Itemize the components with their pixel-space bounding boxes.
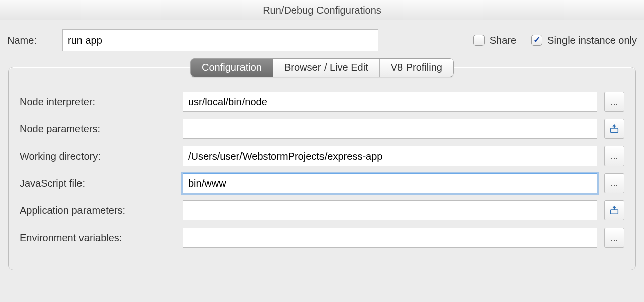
svg-rect-0 (611, 128, 618, 132)
expand-icon (609, 205, 620, 216)
single-instance-checkbox-wrap[interactable]: Single instance only (531, 35, 637, 46)
single-instance-checkbox[interactable] (531, 35, 542, 46)
name-label: Name: (7, 35, 54, 46)
header-row: Name: Share Single instance only (0, 20, 644, 60)
single-instance-label: Single instance only (547, 35, 637, 46)
application-parameters-expand-button[interactable] (604, 200, 624, 220)
working-directory-browse-button[interactable]: ... (604, 146, 624, 166)
row-node-interpreter: Node interpreter: ... (20, 92, 624, 112)
tab-bar: Configuration Browser / Live Edit V8 Pro… (0, 58, 644, 77)
name-input[interactable] (62, 29, 378, 51)
environment-variables-label: Environment variables: (20, 232, 176, 244)
environment-variables-browse-button[interactable]: ... (604, 228, 624, 248)
window-title: Run/Debug Configurations (0, 0, 644, 20)
configuration-panel: Node interpreter: ... Node parameters: W… (8, 67, 636, 270)
application-parameters-input[interactable] (183, 200, 597, 220)
environment-variables-input[interactable] (183, 228, 597, 248)
ellipsis-icon: ... (610, 178, 618, 189)
tab-v8-profiling[interactable]: V8 Profiling (380, 59, 453, 77)
row-javascript-file: JavaScript file: ... (20, 173, 624, 193)
working-directory-label: Working directory: (20, 150, 176, 162)
share-checkbox[interactable] (473, 35, 485, 46)
row-node-parameters: Node parameters: (20, 119, 624, 139)
node-parameters-label: Node parameters: (20, 123, 176, 135)
node-interpreter-label: Node interpreter: (20, 96, 176, 108)
row-environment-variables: Environment variables: ... (20, 228, 624, 248)
svg-rect-1 (611, 210, 618, 214)
row-application-parameters: Application parameters: (20, 200, 624, 220)
javascript-file-browse-button[interactable]: ... (604, 173, 624, 193)
application-parameters-label: Application parameters: (20, 205, 176, 216)
javascript-file-label: JavaScript file: (20, 178, 176, 189)
javascript-file-input[interactable] (183, 173, 597, 193)
expand-icon (609, 123, 620, 134)
tab-group: Configuration Browser / Live Edit V8 Pro… (190, 58, 454, 77)
share-label: Share (490, 35, 516, 46)
ellipsis-icon: ... (610, 97, 618, 107)
node-interpreter-browse-button[interactable]: ... (604, 92, 624, 112)
tab-browser-live-edit[interactable]: Browser / Live Edit (273, 59, 379, 77)
tab-configuration[interactable]: Configuration (191, 59, 273, 77)
node-parameters-input[interactable] (183, 119, 597, 139)
row-working-directory: Working directory: ... (20, 146, 624, 166)
ellipsis-icon: ... (610, 233, 618, 243)
working-directory-input[interactable] (183, 146, 597, 166)
ellipsis-icon: ... (610, 151, 618, 162)
node-parameters-expand-button[interactable] (604, 119, 624, 139)
node-interpreter-input[interactable] (183, 92, 597, 112)
share-checkbox-wrap[interactable]: Share (473, 35, 516, 46)
